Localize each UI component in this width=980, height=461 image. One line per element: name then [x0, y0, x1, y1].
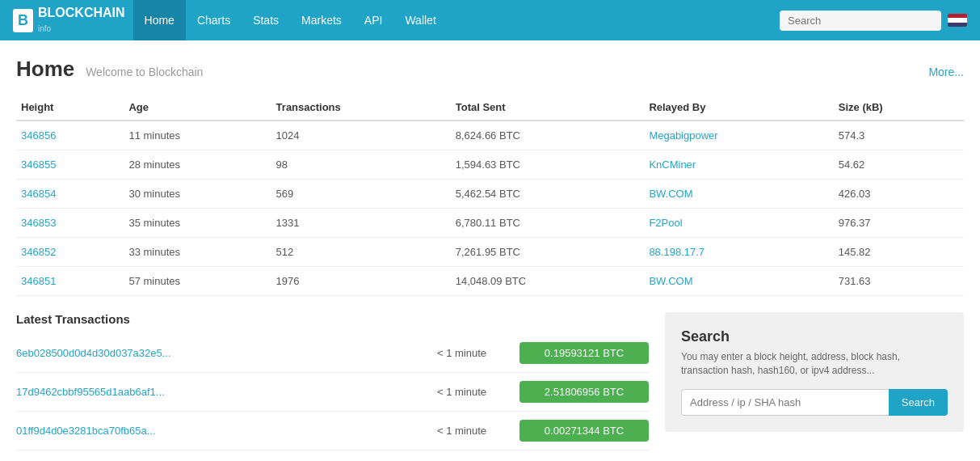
relayed-by-link[interactable]: BW.COM — [649, 275, 692, 287]
page-content: Home Welcome to Blockchain More... Heigh… — [0, 40, 980, 461]
nav-stats[interactable]: Stats — [242, 0, 290, 40]
nav-links: Home Charts Stats Markets API Wallet — [133, 0, 780, 40]
cell-transactions: 512 — [271, 238, 451, 267]
cell-age: 11 minutes — [124, 121, 271, 150]
table-row: 346853 35 minutes 1331 6,780.11 BTC F2Po… — [16, 209, 964, 238]
tx-hash-link[interactable]: 17d9462cbbf95565d1aab6af1... — [16, 386, 427, 398]
cell-size: 574.3 — [834, 121, 964, 150]
cell-height: 346852 — [16, 238, 124, 267]
tx-row: 01ff9d4d0e3281bca70fb65a... < 1 minute 0… — [16, 412, 649, 450]
table-row: 346855 28 minutes 98 1,594.63 BTC KnCMin… — [16, 150, 964, 180]
nav-markets[interactable]: Markets — [290, 0, 353, 40]
cell-height: 346854 — [16, 180, 124, 209]
nav-right — [780, 11, 967, 31]
table-row: 346854 30 minutes 569 5,462.54 BTC BW.CO… — [16, 180, 964, 209]
more-link[interactable]: More... — [928, 66, 964, 78]
cell-height: 346853 — [16, 209, 124, 238]
tx-row: 17d9462cbbf95565d1aab6af1... < 1 minute … — [16, 373, 649, 412]
page-title-area: Home Welcome to Blockchain — [16, 57, 203, 82]
cell-transactions: 1024 — [271, 121, 451, 150]
cell-age: 35 minutes — [124, 209, 271, 238]
nav-wallet[interactable]: Wallet — [393, 0, 447, 40]
cell-age: 30 minutes — [124, 180, 271, 209]
nav-charts[interactable]: Charts — [186, 0, 242, 40]
cell-total-sent: 5,462.54 BTC — [451, 180, 645, 209]
search-input[interactable] — [681, 389, 889, 416]
tx-hash-link[interactable]: 6eb028500d0d4d30d037a32e5... — [16, 347, 427, 359]
block-height-link[interactable]: 346855 — [21, 159, 56, 171]
cell-relayed-by: 88.198.17.7 — [644, 238, 833, 267]
search-panel: Search You may enter a block height, add… — [665, 312, 964, 432]
block-height-link[interactable]: 346856 — [21, 129, 56, 142]
relayed-by-link[interactable]: F2Pool — [649, 217, 682, 229]
logo[interactable]: B BLOCKCHAIN info — [13, 6, 125, 34]
cell-height: 346855 — [16, 150, 124, 180]
cell-total-sent: 14,048.09 BTC — [451, 267, 645, 296]
logo-text: BLOCKCHAIN info — [38, 6, 125, 34]
block-height-link[interactable]: 346854 — [21, 188, 56, 200]
col-transactions: Transactions — [271, 95, 451, 121]
navbar: B BLOCKCHAIN info Home Charts Stats Mark… — [0, 0, 980, 40]
col-size: Size (kB) — [834, 95, 964, 121]
tx-time: < 1 minute — [437, 386, 510, 398]
table-row: 346852 33 minutes 512 7,261.95 BTC 88.19… — [16, 238, 964, 267]
cell-age: 33 minutes — [124, 238, 271, 267]
cell-size: 426.03 — [834, 180, 964, 209]
cell-size: 976.37 — [834, 209, 964, 238]
block-height-link[interactable]: 346851 — [21, 275, 56, 287]
page-subtitle: Welcome to Blockchain — [86, 66, 203, 78]
search-row: Search — [681, 389, 948, 416]
cell-size: 731.63 — [834, 267, 964, 296]
flag-icon[interactable] — [948, 14, 967, 27]
tx-amount: 0.19593121 BTC — [519, 342, 649, 364]
cell-total-sent: 7,261.95 BTC — [451, 238, 645, 267]
cell-relayed-by: BW.COM — [644, 180, 833, 209]
nav-search-input[interactable] — [780, 11, 941, 31]
logo-icon: B — [13, 9, 33, 32]
col-total-sent: Total Sent — [451, 95, 645, 121]
table-row: 346856 11 minutes 1024 8,624.66 BTC Mega… — [16, 121, 964, 150]
relayed-by-link[interactable]: KnCMiner — [649, 159, 696, 171]
cell-age: 57 minutes — [124, 267, 271, 296]
col-relayed-by: Relayed By — [644, 95, 833, 121]
cell-total-sent: 1,594.63 BTC — [451, 150, 645, 180]
cell-transactions: 1331 — [271, 209, 451, 238]
blocks-table: Height Age Transactions Total Sent Relay… — [16, 95, 964, 296]
cell-relayed-by: F2Pool — [644, 209, 833, 238]
cell-relayed-by: Megabigpower — [644, 121, 833, 150]
tx-hash-link[interactable]: 01ff9d4d0e3281bca70fb65a... — [16, 425, 427, 437]
table-header-row: Height Age Transactions Total Sent Relay… — [16, 95, 964, 121]
cell-relayed-by: BW.COM — [644, 267, 833, 296]
bottom-section: Latest Transactions 6eb028500d0d4d30d037… — [16, 312, 964, 450]
relayed-by-link[interactable]: BW.COM — [649, 188, 692, 200]
col-age: Age — [124, 95, 271, 121]
block-height-link[interactable]: 346853 — [21, 217, 56, 229]
col-height: Height — [16, 95, 124, 121]
block-height-link[interactable]: 346852 — [21, 246, 56, 258]
tx-row: 6eb028500d0d4d30d037a32e5... < 1 minute … — [16, 334, 649, 373]
cell-height: 346856 — [16, 121, 124, 150]
tx-amount: 0.00271344 BTC — [519, 420, 649, 442]
cell-transactions: 98 — [271, 150, 451, 180]
search-panel-title: Search — [681, 328, 948, 345]
latest-tx-title: Latest Transactions — [16, 312, 649, 326]
table-row: 346851 57 minutes 1976 14,048.09 BTC BW.… — [16, 267, 964, 296]
cell-size: 54.62 — [834, 150, 964, 180]
tx-time: < 1 minute — [437, 425, 510, 437]
cell-total-sent: 8,624.66 BTC — [451, 121, 645, 150]
cell-height: 346851 — [16, 267, 124, 296]
cell-total-sent: 6,780.11 BTC — [451, 209, 645, 238]
page-header: Home Welcome to Blockchain More... — [16, 57, 964, 82]
tx-amount: 2.51806956 BTC — [519, 381, 649, 403]
nav-home[interactable]: Home — [133, 0, 186, 40]
cell-size: 145.82 — [834, 238, 964, 267]
page-title: Home — [16, 57, 74, 81]
tx-time: < 1 minute — [437, 347, 510, 359]
nav-api[interactable]: API — [353, 0, 394, 40]
relayed-by-link[interactable]: Megabigpower — [649, 129, 717, 142]
search-button[interactable]: Search — [889, 389, 948, 416]
cell-transactions: 1976 — [271, 267, 451, 296]
latest-transactions: Latest Transactions 6eb028500d0d4d30d037… — [16, 312, 649, 450]
relayed-by-link[interactable]: 88.198.17.7 — [649, 246, 705, 258]
cell-age: 28 minutes — [124, 150, 271, 180]
